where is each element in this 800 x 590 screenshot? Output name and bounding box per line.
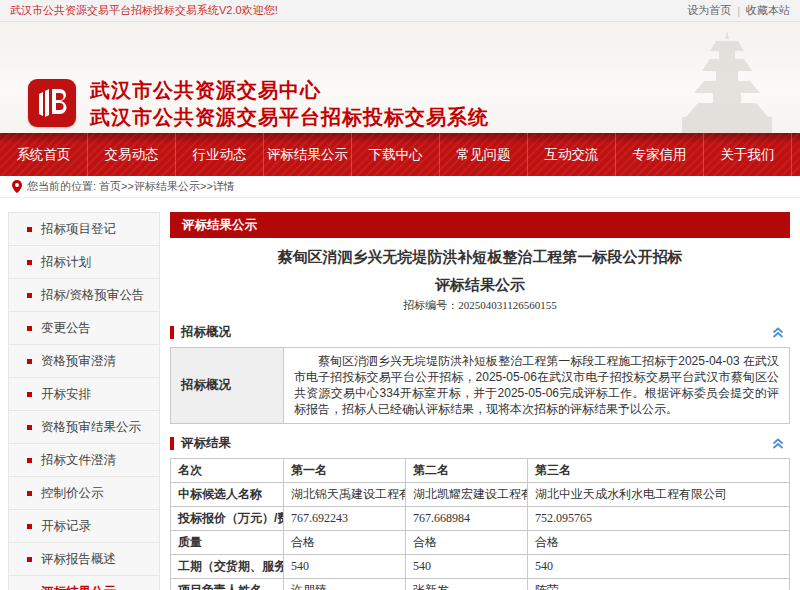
bullet-icon (27, 293, 32, 298)
collapse-chevrons-icon[interactable] (772, 438, 784, 449)
sidebar-item[interactable]: 招标计划 (9, 246, 159, 279)
nav-item[interactable]: 交易动态 (88, 133, 176, 176)
site-logo[interactable] (28, 79, 76, 127)
favorite-site-link[interactable]: 收藏本站 (746, 3, 790, 18)
sidebar-item-label: 资格预审澄清 (41, 345, 116, 377)
bullet-icon (27, 392, 32, 397)
row-value-second: 767.668984 (406, 507, 528, 531)
result-section-header: 评标结果 (170, 433, 790, 453)
nav-item[interactable]: 下载中心 (352, 133, 440, 176)
sidebar-item-label: 评标报告概述 (41, 543, 116, 575)
bullet-icon (27, 458, 32, 463)
bullet-icon (27, 359, 32, 364)
top-utility-bar: 武汉市公共资源交易平台招标投标交易系统V2.0欢迎您! 设为首页 | 收藏本站 (0, 0, 800, 22)
document-title-line1: 蔡甸区消泗乡兴无垸堤防洪补短板整治工程第一标段公开招标 (170, 247, 790, 266)
bullet-icon (27, 326, 32, 331)
sidebar-item[interactable]: 评标报告概述 (9, 543, 159, 576)
section-accent-bar (170, 437, 174, 450)
sidebar-item[interactable]: 开标安排 (9, 378, 159, 411)
sidebar-item[interactable]: 招标/资格预审公告 (9, 279, 159, 312)
result-section-title: 评标结果 (181, 435, 231, 452)
sidebar-item[interactable]: 资格预审澄清 (9, 345, 159, 378)
bullet-icon (27, 524, 32, 529)
sidebar-item[interactable]: 开标记录 (9, 510, 159, 543)
row-value-third: 湖北中业天成水利水电工程有限公司 (528, 483, 790, 507)
location-pin-icon (12, 180, 22, 193)
row-value-second: 张新发 (406, 579, 528, 590)
row-value-third: 752.095765 (528, 507, 790, 531)
nav-item[interactable]: 互动交流 (528, 133, 616, 176)
nav-item[interactable]: 专家信用 (616, 133, 704, 176)
bullet-icon (27, 260, 32, 265)
row-value-second: 合格 (406, 531, 528, 555)
org-title: 武汉市公共资源交易中心 (90, 77, 489, 104)
sidebar-item[interactable]: 控制价公示 (9, 477, 159, 510)
document-title-line2: 评标结果公示 (170, 275, 790, 294)
row-label: 项目负责人姓名 (171, 579, 284, 590)
sidebar-item[interactable]: 招标文件澄清 (9, 444, 159, 477)
result-table: 名次 第一名 第二名 第三名 中标候选人名称 湖北锦天禹建设工程有限公司 湖北凯… (170, 458, 790, 590)
sidebar-item[interactable]: 资格预审结果公示 (9, 411, 159, 444)
overview-paragraph: 蔡甸区消泗乡兴无垸堤防洪补短板整治工程第一标段工程施工招标于2025-04-03… (294, 353, 779, 417)
sidebar-item[interactable]: 变更公告 (9, 312, 159, 345)
nav-item[interactable]: 评标结果公示 (264, 133, 352, 176)
site-banner: 武汉市公共资源交易中心 武汉市公共资源交易平台招标投标交易系统 (0, 22, 800, 133)
main-nav: 系统首页 交易动态 行业动态 评标结果公示 下载中心 常见问题 互动交流 专家信… (0, 133, 800, 176)
nav-item[interactable]: 关于我们 (704, 133, 792, 176)
row-value-first: 合格 (284, 531, 406, 555)
section-accent-bar (170, 326, 174, 339)
row-value-first: 540 (284, 555, 406, 579)
system-title: 武汉市公共资源交易平台招标投标交易系统 (90, 104, 489, 131)
nav-item[interactable]: 常见问题 (440, 133, 528, 176)
bullet-icon (27, 557, 32, 562)
sidebar-menu: 招标项目登记 招标计划 招标/资格预审公告 变更公告 (8, 212, 160, 590)
row-value-first: 第一名 (284, 459, 406, 483)
row-value-third: 第三名 (528, 459, 790, 483)
sidebar-item-label: 招标文件澄清 (41, 444, 116, 476)
overview-row-text: 蔡甸区消泗乡兴无垸堤防洪补短板整治工程第一标段工程施工招标于2025-04-03… (284, 348, 790, 424)
nav-item[interactable]: 行业动态 (176, 133, 264, 176)
overview-section-title: 招标概况 (181, 324, 231, 341)
panel-title-bar: 评标结果公示 (170, 212, 790, 238)
row-value-second: 第二名 (406, 459, 528, 483)
overview-table: 招标概况 蔡甸区消泗乡兴无垸堤防洪补短板整治工程第一标段工程施工招标于2025-… (170, 347, 790, 424)
row-value-second: 湖北凯耀宏建设工程有限公司 (406, 483, 528, 507)
overview-row-label: 招标概况 (171, 348, 284, 424)
page: 武汉市公共资源交易平台招标投标交易系统V2.0欢迎您! 设为首页 | 收藏本站 (0, 0, 800, 590)
main-panel: 评标结果公示 蔡甸区消泗乡兴无垸堤防洪补短板整治工程第一标段公开招标 评标结果公… (170, 212, 790, 590)
sidebar-item-label: 变更公告 (41, 312, 91, 344)
bullet-icon (27, 425, 32, 430)
pagoda-watermark-icon (672, 29, 782, 133)
table-row: 中标候选人名称 湖北锦天禹建设工程有限公司 湖北凯耀宏建设工程有限公司 湖北中业… (171, 483, 790, 507)
bid-number-label: 招标编号： (403, 299, 458, 311)
row-label: 投标报价（万元）/费率 (171, 507, 284, 531)
table-row: 项目负责人姓名 许朋臻 张新发 陈荣 (171, 579, 790, 590)
row-value-third: 合格 (528, 531, 790, 555)
nav-item[interactable]: 系统首页 (0, 133, 88, 176)
breadcrumb-bar: 您当前的位置: 首页>>评标结果公示>>详情 (0, 176, 800, 198)
bullet-icon (27, 227, 32, 232)
overview-section-header: 招标概况 (170, 322, 790, 342)
row-value-second: 540 (406, 555, 528, 579)
row-value-first: 湖北锦天禹建设工程有限公司 (284, 483, 406, 507)
table-row: 投标报价（万元）/费率 767.692243 767.668984 752.09… (171, 507, 790, 531)
set-homepage-link[interactable]: 设为首页 (687, 3, 731, 18)
bullet-icon (27, 491, 32, 496)
row-label: 质量 (171, 531, 284, 555)
content-area: 招标项目登记 招标计划 招标/资格预审公告 变更公告 (0, 198, 800, 590)
row-label: 中标候选人名称 (171, 483, 284, 507)
topbar-divider: | (737, 5, 740, 17)
row-value-first: 767.692243 (284, 507, 406, 531)
sidebar-item[interactable]: 评标结果公示 (9, 576, 159, 590)
sidebar-item-label: 评标结果公示 (41, 576, 116, 590)
table-row: 质量 合格 合格 合格 (171, 531, 790, 555)
table-row: 工期（交货期、服务期） 540 540 540 (171, 555, 790, 579)
sidebar-item-label: 招标项目登记 (41, 213, 116, 245)
sidebar-item-label: 开标记录 (41, 510, 91, 542)
row-value-third: 540 (528, 555, 790, 579)
collapse-chevrons-icon[interactable] (772, 327, 784, 338)
table-row: 名次 第一名 第二名 第三名 (171, 459, 790, 483)
sidebar-item[interactable]: 招标项目登记 (9, 213, 159, 246)
sidebar-item-label: 开标安排 (41, 378, 91, 410)
bid-number-value: 202504031126560155 (458, 299, 557, 311)
